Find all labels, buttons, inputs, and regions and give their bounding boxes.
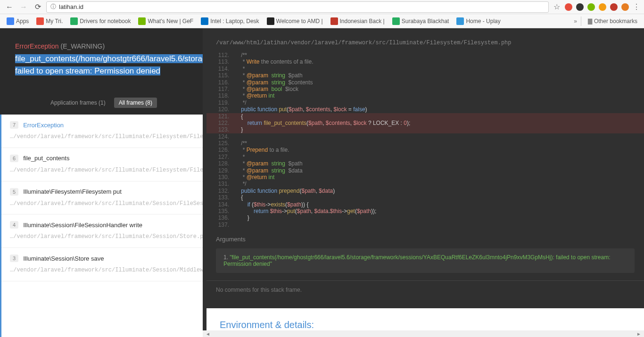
bookmark-item[interactable]: Surabaya Blackhat [389, 16, 452, 27]
code-line: 127. * [206, 154, 644, 160]
line-number: 133. [206, 194, 235, 201]
extension-icon[interactable] [621, 3, 629, 11]
separator [581, 16, 581, 26]
scroll-right-icon[interactable]: ► [634, 331, 644, 337]
stack-frame[interactable]: 5 Illuminate\Filesystem\Filesystem put …… [1, 181, 203, 215]
line-number: 137. [206, 222, 235, 228]
frame-number: 3 [10, 255, 18, 262]
stack-frame[interactable]: 7 ErrorException …/vendor/laravel/framew… [1, 115, 203, 148]
line-number: 129. [206, 167, 235, 174]
frame-path: …/vendor/laravel/framework/src/Illuminat… [10, 232, 194, 241]
code-text: */ [235, 99, 644, 106]
stack-frame[interactable]: 3 Illuminate\Session\Store save …/vendor… [1, 248, 203, 281]
code-text [235, 133, 644, 140]
bookmark-item[interactable]: Indonesian Back | [328, 16, 388, 27]
line-number: 126. [206, 147, 235, 153]
menu-icon[interactable]: ⋮ [633, 2, 640, 11]
line-number: 120. [206, 106, 235, 113]
bookmark-item[interactable]: Apps [4, 16, 32, 27]
code-text: /** [235, 52, 644, 58]
url-text: latihan.id [59, 3, 83, 10]
extension-icon[interactable] [565, 3, 572, 11]
code-panel: /var/www/html/latihan/vendor/laravel/fra… [206, 28, 644, 337]
line-number: 118. [206, 92, 235, 99]
line-number: 123. [206, 126, 235, 133]
arguments-label: Arguments [216, 236, 635, 243]
code-text: return file_put_contents($path, $content… [235, 120, 644, 126]
code-line: 128. * @param string $path [206, 160, 644, 167]
bookmark-favicon [36, 17, 44, 25]
tab-app-frames[interactable]: Application frames (1) [46, 98, 110, 108]
code-text: * @param string $path [235, 160, 644, 167]
bookmark-item[interactable]: My Tri. [33, 16, 66, 27]
environment-title: Environment & details: [220, 320, 631, 330]
frame-number: 6 [10, 155, 18, 162]
code-line: 112. /** [206, 52, 644, 58]
code-text: } [235, 126, 644, 133]
frame-number: 4 [10, 221, 18, 229]
code-line: 132. public function prepend($path, $dat… [206, 188, 644, 194]
code-line: 115. * @param string $path [206, 72, 644, 79]
bookmark-item[interactable]: Welcome to AMD | [264, 16, 326, 27]
bookmark-item[interactable]: Drivers for notebook [67, 16, 133, 27]
code-text: * Prepend to a file. [235, 147, 644, 153]
extension-icon[interactable] [610, 3, 618, 11]
bookmark-favicon [330, 17, 338, 25]
code-line: 136. } [206, 214, 644, 221]
code-text: return $this->put($path, $data.$this->ge… [235, 208, 644, 214]
bookmark-favicon [70, 17, 78, 25]
tab-all-frames[interactable]: All frames (8) [114, 98, 157, 108]
bookmark-item[interactable]: Intel : Laptop, Desk [198, 16, 262, 27]
line-number: 117. [206, 86, 235, 92]
code-line: 123. } [206, 126, 644, 133]
code-line: 125. /** [206, 140, 644, 147]
frame-path: …/vendor/laravel/framework/src/Illuminat… [10, 132, 194, 141]
stack-sidebar: ErrorException (E_WARNING) file_put_cont… [0, 28, 203, 337]
argument-item: 1. "file_put_contents(/home/ghostgtr666/… [223, 254, 627, 267]
address-bar[interactable]: ⓘ latihan.id [46, 1, 549, 13]
bookmark-item[interactable]: Home - Uplay [454, 16, 503, 27]
line-number: 132. [206, 188, 235, 194]
other-bookmarks[interactable]: ▇ Other bookmarks [585, 16, 640, 26]
code-text: } [235, 214, 644, 221]
frame-name: Illuminate\Filesystem\Filesystem put [23, 188, 122, 195]
folder-icon: ▇ [588, 18, 592, 25]
frame-path: …/vendor/laravel/framework/src/Illuminat… [10, 266, 194, 274]
line-number: 115. [206, 72, 235, 79]
error-level: (E_WARNING) [60, 42, 105, 50]
scroll-left-icon[interactable]: ◄ [203, 331, 213, 337]
extension-icon[interactable] [599, 3, 606, 11]
back-button[interactable]: ← [4, 1, 15, 13]
code-text: * Write the contents of a file. [235, 58, 644, 65]
extension-icon[interactable] [576, 3, 584, 11]
extension-icon[interactable] [587, 3, 595, 11]
code-line: 124. [206, 133, 644, 140]
frame-path: …/vendor/laravel/framework/src/Illuminat… [10, 199, 194, 208]
code-text: * [235, 154, 644, 160]
panel-resizer[interactable] [203, 28, 206, 337]
code-line: 113. * Write the contents of a file. [206, 58, 644, 65]
code-text: * @return int [235, 174, 644, 181]
code-line: 117. * @param bool $lock [206, 86, 644, 92]
code-text: /** [235, 140, 644, 147]
stack-frame[interactable]: 6 file_put_contents …/vendor/laravel/fra… [1, 148, 203, 181]
bookmark-favicon [201, 17, 208, 25]
site-info-icon[interactable]: ⓘ [50, 3, 56, 11]
bookmarks-overflow-icon[interactable]: » [574, 18, 577, 25]
bookmark-star-icon[interactable]: ☆ [552, 2, 562, 11]
bookmark-label: Intel : Laptop, Desk [210, 18, 259, 25]
code-line: 120. public function put($path, $content… [206, 106, 644, 113]
reload-button[interactable]: ⟳ [32, 1, 43, 13]
bookmark-item[interactable]: What's New | GeF [135, 16, 196, 27]
bookmark-favicon [456, 17, 464, 25]
forward-button[interactable]: → [18, 1, 29, 13]
line-number: 136. [206, 214, 235, 221]
code-text: { [235, 113, 644, 120]
horizontal-scrollbar[interactable]: ◄ ► [203, 330, 644, 337]
bookmark-label: What's New | GeF [148, 18, 193, 25]
code-line: 137. [206, 222, 644, 228]
stack-frame[interactable]: 4 Illuminate\Session\FileSessionHandler … [1, 214, 203, 248]
line-number: 134. [206, 201, 235, 208]
bookmark-label: Welcome to AMD | [276, 18, 323, 25]
line-number: 116. [206, 79, 235, 86]
